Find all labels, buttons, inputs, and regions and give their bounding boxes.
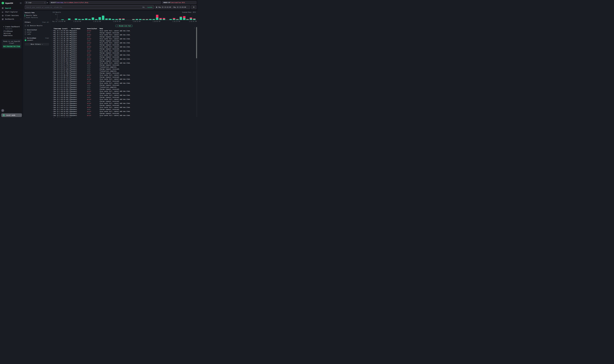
source-select[interactable]: Logs <box>25 1 46 4</box>
get-started-button[interactable]: Get Started for Free <box>3 45 21 48</box>
log-row[interactable]: >May 15 1:42:13.055 PMpaymenterrorVisa c… <box>52 46 195 48</box>
expand-chevron-icon[interactable]: > <box>52 46 53 48</box>
log-row[interactable]: >May 15 1:42:13.019 PMpaymentinfoCharge … <box>52 48 195 50</box>
chart-bar-slot[interactable] <box>176 14 179 20</box>
chart-bar-slot[interactable] <box>81 14 85 20</box>
expand-chevron-icon[interactable]: > <box>52 92 53 94</box>
log-row[interactable]: >May 15 1:42:01.824 PMpaymenterrorVisa c… <box>52 58 195 60</box>
log-row[interactable]: >May 15 1:40:10.597 PMpaymentinfoCharge … <box>52 112 195 114</box>
chart-bar-slot[interactable] <box>105 14 108 20</box>
chart-bar-slot[interactable] <box>95 14 98 20</box>
log-row[interactable]: >May 15 1:40:14.505 PMpaymentinfoCharge … <box>52 108 195 110</box>
expand-chevron-icon[interactable]: > <box>52 62 53 64</box>
expand-chevron-icon[interactable]: > <box>52 109 53 110</box>
expand-chevron-icon[interactable]: > <box>52 68 53 70</box>
log-row[interactable]: >May 15 1:42:04.392 PMpaymenterrorVisa c… <box>52 54 195 56</box>
expand-chevron-icon[interactable]: > <box>52 56 53 58</box>
expand-chevron-icon[interactable]: > <box>52 97 53 98</box>
log-row[interactable]: >May 15 1:42:43.360 PMpaymenterrorVisa c… <box>52 34 195 36</box>
log-row[interactable]: >May 15 1:40:38.462 PMpaymentinfoCharge … <box>52 96 195 98</box>
log-row[interactable]: >May 15 1:40:38.466 PMpaymenterrorVisa c… <box>52 94 195 96</box>
expand-chevron-icon[interactable]: > <box>52 38 53 39</box>
chart-bar-slot[interactable] <box>186 14 189 20</box>
column-resize-handle[interactable]: ⋮ <box>98 28 100 29</box>
expand-chevron-icon[interactable]: > <box>52 115 53 116</box>
language-sql[interactable]: SQL <box>142 6 145 8</box>
log-row[interactable]: >May 15 1:41:25.373 PMpaymenterrorVisa c… <box>52 78 195 80</box>
chart-bar-slot[interactable] <box>166 14 169 20</box>
checkbox[interactable]: ✓ <box>25 39 26 41</box>
log-row[interactable]: >May 15 1:40:07.413 PMpaymenterrorVisa c… <box>52 114 195 116</box>
checkbox[interactable] <box>25 25 26 26</box>
help-button[interactable]: ? <box>1 109 4 112</box>
chart-bar-slot[interactable] <box>118 14 122 20</box>
expand-chevron-icon[interactable]: > <box>52 60 53 62</box>
chart-bar-slot[interactable] <box>152 14 156 20</box>
expand-chevron-icon[interactable]: > <box>52 54 53 56</box>
sidebar-collapse-button[interactable] <box>20 2 22 4</box>
denoise-results-option[interactable]: Denoise Results <box>25 25 49 26</box>
log-row[interactable]: >May 15 1:41:14.361 PMpaymentinfoCharge … <box>52 88 195 90</box>
chart-bar-slot[interactable] <box>183 14 186 20</box>
resume-live-tail-button[interactable]: Resume Live Tail <box>116 25 132 27</box>
expand-chevron-icon[interactable]: > <box>52 113 53 114</box>
analysis-mode-results-table[interactable]: Results Table <box>25 14 49 16</box>
clear-all-button[interactable]: Clear all <box>42 22 49 23</box>
chart-bar-slot[interactable] <box>139 14 142 20</box>
language-lucene[interactable]: Lucene <box>147 6 152 8</box>
expand-chevron-icon[interactable]: > <box>52 44 53 46</box>
expand-chevron-icon[interactable]: > <box>52 70 53 72</box>
chart-bar-slot[interactable] <box>135 14 139 20</box>
expand-chevron-icon[interactable]: > <box>52 99 53 100</box>
analysis-mode-event-patterns[interactable]: Event Patterns <box>25 16 49 19</box>
chart-bar-slot[interactable] <box>61 14 64 20</box>
expand-chevron-icon[interactable]: > <box>52 101 53 102</box>
expand-chevron-icon[interactable]: > <box>52 103 53 104</box>
log-row[interactable]: >May 15 1:41:21.678 PMpaymenterrorVisa c… <box>52 82 195 84</box>
expand-chevron-icon[interactable]: > <box>52 74 53 76</box>
chart-bar-slot[interactable] <box>169 14 172 20</box>
create-dashboard-button[interactable]: + Create Dashboard <box>3 26 20 27</box>
chart-bar-slot[interactable] <box>189 14 193 20</box>
log-row[interactable]: >May 15 1:42:04.376 PMpaymentinfoCharge … <box>52 56 195 58</box>
expand-chevron-icon[interactable]: > <box>52 95 53 96</box>
chart-bar-slot[interactable] <box>108 14 111 20</box>
chart-bar-slot[interactable] <box>145 14 149 20</box>
chart-bar-slot[interactable] <box>88 14 91 20</box>
log-row[interactable]: >May 15 1:42:05.460 PMpaymenterrorVisa c… <box>52 50 195 52</box>
log-row[interactable]: >May 15 1:41:53.274 PMpaymentinfoTransac… <box>52 66 195 68</box>
log-row[interactable]: >May 15 1:40:24.219 PMpaymenterrorVisa c… <box>52 102 195 104</box>
expand-chevron-icon[interactable]: > <box>52 87 53 88</box>
chart-bar-slot[interactable] <box>179 14 183 20</box>
chart-bar-slot[interactable] <box>162 14 166 20</box>
checkbox[interactable] <box>25 31 26 33</box>
log-row[interactable]: >May 15 1:40:14.511 PMpaymenterrorVisa c… <box>52 106 195 108</box>
log-row[interactable]: >May 15 1:41:47.823 PMpaymentinfoTransac… <box>52 70 195 72</box>
log-row[interactable]: >May 15 1:41:30.275 PMpaymentinfoCharge … <box>52 76 195 78</box>
sidebar-item-search[interactable]: Search <box>0 6 23 10</box>
log-row[interactable]: >May 15 1:40:07.410 PMpaymentinfoCharge … <box>52 116 195 117</box>
expand-chevron-icon[interactable]: > <box>52 80 53 82</box>
log-row[interactable]: >May 15 1:42:26.920 PMpaymentinfoCharge … <box>52 44 195 46</box>
sidebar-preset-kubernetes[interactable]: Kubernetes <box>3 35 22 37</box>
expand-chevron-icon[interactable]: > <box>52 50 53 52</box>
column-header-timestamp-local-[interactable]: Timestamp (Local) <box>53 28 71 29</box>
log-row[interactable]: >May 15 1:42:27.131 PMpaymenterrorVisa c… <box>52 42 195 44</box>
sidebar-item-client-sessions[interactable]: Client Sessions <box>0 14 23 17</box>
log-row[interactable]: >May 15 1:41:57.183 PMpaymenterrorVisa c… <box>52 62 195 64</box>
sidebar-preset-services[interactable]: Services <box>3 32 22 35</box>
chart-bar-slot[interactable] <box>156 14 159 20</box>
sidebar-item-chart-explorer[interactable]: Chart Explorer <box>0 10 23 14</box>
filter-option-error[interactable]: error <box>25 31 49 33</box>
filter-clear-button[interactable]: Clear <box>45 38 49 39</box>
expand-chevron-icon[interactable]: > <box>52 66 53 68</box>
expand-chevron-icon[interactable]: > <box>52 48 53 50</box>
expand-chevron-icon[interactable]: > <box>52 30 53 31</box>
log-row[interactable]: >May 15 1:40:10.601 PMpaymenterrorVisa c… <box>52 110 195 112</box>
chart-bar-slot[interactable] <box>91 14 95 20</box>
filter-option-payment[interactable]: ✓payment <box>25 39 49 41</box>
log-row[interactable]: >May 15 1:42:01.814 PMpaymentinfoCharge … <box>52 60 195 62</box>
chart-bar-slot[interactable] <box>78 14 81 20</box>
run-query-button[interactable] <box>191 5 196 9</box>
log-row[interactable]: >May 15 1:40:44.546 PMpaymentinfoCharge … <box>52 92 195 94</box>
